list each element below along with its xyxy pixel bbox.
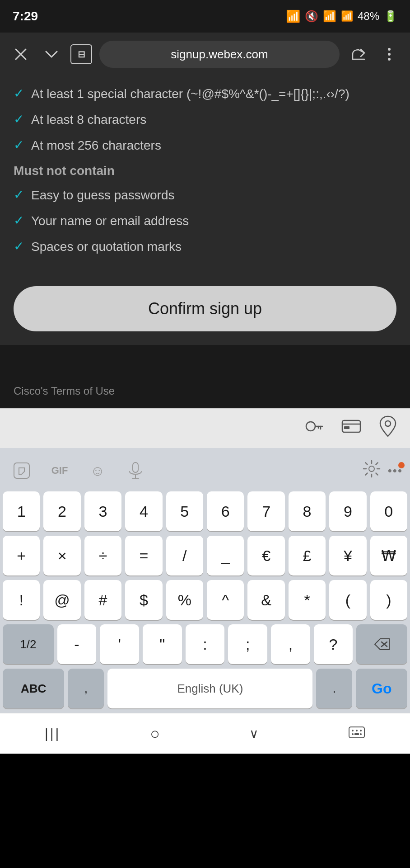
rule-special-char: ✓ At least 1 special character (~!@#$%^&… xyxy=(14,85,396,103)
keyboard-row-numbers: 1 2 3 4 5 6 7 8 9 0 xyxy=(3,491,407,531)
key-1[interactable]: 1 xyxy=(3,491,40,531)
key-3[interactable]: 3 xyxy=(84,491,121,531)
location-icon[interactable] xyxy=(379,415,396,441)
status-bar: 7:29 📶 🔇 📶 📶 48% 🔋 xyxy=(0,0,410,33)
key-divide[interactable]: ÷ xyxy=(84,536,121,576)
key-6[interactable]: 6 xyxy=(207,491,244,531)
svg-point-20 xyxy=(360,730,362,731)
rule-max-chars: ✓ At most 256 characters xyxy=(14,137,396,154)
key-space[interactable]: English (UK) xyxy=(107,669,312,708)
keyboard-toolbar: GIF ☺ ••• xyxy=(3,453,407,491)
key-period[interactable]: . xyxy=(316,669,352,708)
battery-icon: 🔋 xyxy=(384,10,397,23)
volume-off-icon: 🔇 xyxy=(305,10,318,23)
key-half[interactable]: 1/2 xyxy=(3,624,54,664)
keyboard-row-bottom: ABC , English (UK) . Go xyxy=(3,669,407,708)
back-nav-icon[interactable]: ||| xyxy=(45,726,61,741)
keyboard-row-mixed: 1/2 - ' " : ; , ? xyxy=(3,624,407,664)
key-exclamation[interactable]: ! xyxy=(3,580,40,620)
browser-chrome: ⊟ signup.webex.com xyxy=(0,33,410,76)
key-at[interactable]: @ xyxy=(43,580,80,620)
key-semicolon[interactable]: ; xyxy=(228,624,267,664)
key-2[interactable]: 2 xyxy=(43,491,80,531)
key-won[interactable]: ₩ xyxy=(370,536,407,576)
svg-rect-22 xyxy=(354,733,359,735)
nav-bar: ||| ○ ∨ xyxy=(0,713,410,754)
status-icons: 📶 🔇 📶 📶 48% 🔋 xyxy=(286,9,397,24)
key-percent[interactable]: % xyxy=(166,580,203,620)
key-0[interactable]: 0 xyxy=(370,491,407,531)
share-button[interactable] xyxy=(347,42,370,66)
key-plus[interactable]: + xyxy=(3,536,40,576)
sticker-icon[interactable] xyxy=(7,456,36,485)
home-nav-icon[interactable]: ○ xyxy=(150,724,160,743)
key-icon[interactable] xyxy=(303,416,323,440)
password-rules: ✓ At least 1 special character (~!@#$%^&… xyxy=(14,76,396,273)
tabs-button[interactable]: ⊟ xyxy=(70,44,92,64)
key-underscore[interactable]: _ xyxy=(207,536,244,576)
terms-text: Cisco's Terms of Use xyxy=(14,385,115,402)
battery-text: 48% xyxy=(358,10,379,23)
svg-point-14 xyxy=(369,466,374,472)
key-apostrophe[interactable]: ' xyxy=(100,624,139,664)
svg-rect-8 xyxy=(344,426,349,429)
keyboard-right-icons: ••• xyxy=(363,460,403,481)
key-hash[interactable]: # xyxy=(84,580,121,620)
key-yen[interactable]: ¥ xyxy=(329,536,366,576)
svg-rect-17 xyxy=(349,727,364,738)
close-tab-button[interactable] xyxy=(9,42,33,66)
svg-rect-10 xyxy=(14,463,29,478)
keyboard-more-icon[interactable]: ••• xyxy=(388,464,403,478)
key-hyphen[interactable]: - xyxy=(57,624,97,664)
rule-spaces: ✓ Spaces or quotation marks xyxy=(14,238,396,255)
check-icon-5: ✓ xyxy=(14,213,24,228)
key-quote[interactable]: " xyxy=(143,624,182,664)
key-8[interactable]: 8 xyxy=(289,491,326,531)
svg-point-2 xyxy=(306,422,315,431)
recents-nav-icon[interactable]: ∨ xyxy=(249,726,259,741)
rule-spaces-text: Spaces or quotation marks xyxy=(31,238,182,255)
key-4[interactable]: 4 xyxy=(125,491,162,531)
keyboard-number-rows: 1 2 3 4 5 6 7 8 9 0 + × ÷ = / _ € £ ¥ ₩ … xyxy=(3,491,407,713)
mic-icon[interactable] xyxy=(121,456,150,485)
key-comma[interactable]: , xyxy=(271,624,310,664)
key-pound[interactable]: £ xyxy=(289,536,326,576)
key-backspace[interactable] xyxy=(356,624,407,664)
key-question[interactable]: ? xyxy=(314,624,353,664)
key-ampersand[interactable]: & xyxy=(247,580,284,620)
keyboard-nav-icon[interactable] xyxy=(348,725,365,742)
check-icon-4: ✓ xyxy=(14,187,24,202)
dropdown-button[interactable] xyxy=(40,42,63,66)
key-equals[interactable]: = xyxy=(125,536,162,576)
key-colon[interactable]: : xyxy=(186,624,225,664)
keyboard-settings-icon[interactable] xyxy=(363,460,381,481)
key-euro[interactable]: € xyxy=(247,536,284,576)
page-footer: Cisco's Terms of Use xyxy=(0,345,410,408)
confirm-signup-button[interactable]: Confirm sign up xyxy=(14,286,396,331)
gif-icon[interactable]: GIF xyxy=(45,456,74,485)
key-open-paren[interactable]: ( xyxy=(329,580,366,620)
key-go[interactable]: Go xyxy=(356,669,407,708)
menu-button[interactable] xyxy=(377,42,401,66)
key-close-paren[interactable]: ) xyxy=(370,580,407,620)
key-caret[interactable]: ^ xyxy=(207,580,244,620)
key-5[interactable]: 5 xyxy=(166,491,203,531)
key-asterisk[interactable]: * xyxy=(289,580,326,620)
key-9[interactable]: 9 xyxy=(329,491,366,531)
rule-special-char-text: At least 1 special character (~!@#$%^&*(… xyxy=(31,85,349,103)
keyboard-toolbar-icons: GIF ☺ xyxy=(7,456,150,485)
keyboard-row-math: + × ÷ = / _ € £ ¥ ₩ xyxy=(3,536,407,576)
key-abc[interactable]: ABC xyxy=(3,669,64,708)
browser-toolbar xyxy=(0,408,410,448)
key-7[interactable]: 7 xyxy=(247,491,284,531)
key-times[interactable]: × xyxy=(43,536,80,576)
card-icon[interactable] xyxy=(341,419,361,438)
svg-point-18 xyxy=(352,730,354,731)
emoji-icon[interactable]: ☺ xyxy=(83,456,112,485)
key-comma-bottom[interactable]: , xyxy=(68,669,104,708)
rule-name-email-text: Your name or email address xyxy=(31,212,189,230)
key-dollar[interactable]: $ xyxy=(125,580,162,620)
url-bar[interactable]: signup.webex.com xyxy=(99,41,340,68)
keyboard: GIF ☺ ••• xyxy=(0,448,410,713)
key-slash[interactable]: / xyxy=(166,536,203,576)
